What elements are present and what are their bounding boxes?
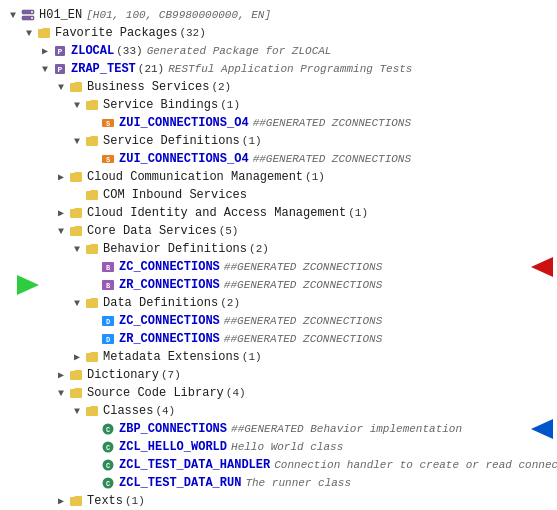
tree-row-zui2[interactable]: SZUI_CONNECTIONS_O4##GENERATED ZCONNECTI… <box>4 150 553 168</box>
tree-item-label: Business Services <box>87 80 209 94</box>
tree-expander[interactable]: ▼ <box>70 98 84 112</box>
tree-row-texts[interactable]: ▶Texts (1) <box>4 492 553 510</box>
data-icon: D <box>100 331 116 347</box>
tree-item-meta: ##GENERATED ZCONNECTIONS <box>253 153 411 165</box>
tree-row-zcl_hello[interactable]: CZCL_HELLO_WORLDHello World class <box>4 438 553 456</box>
folder-icon <box>84 241 100 257</box>
tree-row-biz[interactable]: ▼Business Services (2) <box>4 78 553 96</box>
svg-text:D: D <box>106 318 110 326</box>
tree-item-label: ZBP_CONNECTIONS <box>119 422 227 436</box>
tree-item-meta: Generated Package for ZLOCAL <box>147 45 332 57</box>
svg-text:C: C <box>106 444 110 452</box>
tree-item-label: Source Code Library <box>87 386 224 400</box>
tree-row-zcl_run[interactable]: CZCL_TEST_DATA_RUNThe runner class <box>4 474 553 492</box>
tree-item-count: (1) <box>125 495 145 507</box>
tree-item-count: (32) <box>179 27 205 39</box>
tree-expander <box>86 152 100 166</box>
tree-expander[interactable]: ▶ <box>54 368 68 382</box>
tree-expander[interactable]: ▼ <box>70 404 84 418</box>
folder-icon <box>84 403 100 419</box>
tree-expander[interactable]: ▶ <box>54 494 68 508</box>
red-arrow <box>531 257 553 277</box>
class-icon: C <box>100 439 116 455</box>
tree-expander[interactable]: ▼ <box>54 386 68 400</box>
tree-row-meta[interactable]: ▶Metadata Extensions (1) <box>4 348 553 366</box>
pkg-icon: P <box>52 61 68 77</box>
tree-row-zc_conn[interactable]: BZC_CONNECTIONS##GENERATED ZCONNECTIONS <box>4 258 553 276</box>
tree-expander[interactable]: ▶ <box>54 170 68 184</box>
tree-item-count: (4) <box>226 387 246 399</box>
tree-item-meta: ##GENERATED ZCONNECTIONS <box>224 261 382 273</box>
tree-item-meta: [H01, 100, CB9980000000, EN] <box>86 9 271 21</box>
tree-row-classes[interactable]: ▼Classes (4) <box>4 402 553 420</box>
tree-item-meta: ##GENERATED Behavior implementation <box>231 423 462 435</box>
tree-row-zlocal[interactable]: ▶PZLOCAL (33)Generated Package for ZLOCA… <box>4 42 553 60</box>
tree-item-label: ZC_CONNECTIONS <box>119 314 220 328</box>
tree-row-zrap[interactable]: ▼PZRAP_TEST (21)RESTful Application Prog… <box>4 60 553 78</box>
tree-item-label: Behavior Definitions <box>103 242 247 256</box>
tree-row-cloudid[interactable]: ▶Cloud Identity and Access Management (1… <box>4 204 553 222</box>
tree-item-label: Cloud Identity and Access Management <box>87 206 346 220</box>
tree-item-label: ZC_CONNECTIONS <box>119 260 220 274</box>
tree-expander <box>86 314 100 328</box>
tree-row-fav[interactable]: ▼Favorite Packages (32) <box>4 24 553 42</box>
tree-row-svcdef[interactable]: ▼Service Definitions (1) <box>4 132 553 150</box>
tree-expander <box>86 476 100 490</box>
tree-item-count: (1) <box>220 99 240 111</box>
tree-expander[interactable]: ▶ <box>70 350 84 364</box>
tree-row-srclib[interactable]: ▼Source Code Library (4) <box>4 384 553 402</box>
folder-icon <box>84 187 100 203</box>
tree-item-count: (1) <box>242 351 262 363</box>
tree-row-dict[interactable]: ▶Dictionary (7) <box>4 366 553 384</box>
tree-item-label: COM Inbound Services <box>103 188 247 202</box>
tree-expander[interactable]: ▼ <box>70 134 84 148</box>
tree-expander[interactable]: ▼ <box>70 296 84 310</box>
tree-expander[interactable]: ▶ <box>54 206 68 220</box>
tree-row-root[interactable]: ▼H01_EN[H01, 100, CB9980000000, EN] <box>4 6 553 24</box>
tree-row-zcl_test[interactable]: CZCL_TEST_DATA_HANDLERConnection handler… <box>4 456 553 474</box>
tree-expander[interactable]: ▼ <box>70 242 84 256</box>
tree-row-svcbind[interactable]: ▼Service Bindings (1) <box>4 96 553 114</box>
folder-icon <box>84 97 100 113</box>
tree-expander[interactable]: ▼ <box>54 80 68 94</box>
service-icon: S <box>100 151 116 167</box>
tree-expander[interactable]: ▼ <box>6 8 20 22</box>
svg-text:C: C <box>106 426 110 434</box>
tree-expander[interactable]: ▼ <box>54 224 68 238</box>
class-icon: C <box>100 457 116 473</box>
tree-item-label: H01_EN <box>39 8 82 22</box>
tree-expander <box>70 188 84 202</box>
folder-icon <box>84 295 100 311</box>
tree-row-behavdef[interactable]: ▼Behavior Definitions (2) <box>4 240 553 258</box>
folder-icon <box>68 367 84 383</box>
tree-row-datadef[interactable]: ▼Data Definitions (2) <box>4 294 553 312</box>
tree-row-cds[interactable]: ▼Core Data Services (5) <box>4 222 553 240</box>
class-icon: C <box>100 421 116 437</box>
tree-item-label: Dictionary <box>87 368 159 382</box>
tree-row-zc_conn2[interactable]: DZC_CONNECTIONS##GENERATED ZCONNECTIONS <box>4 312 553 330</box>
tree-row-zbp[interactable]: CZBP_CONNECTIONS##GENERATED Behavior imp… <box>4 420 553 438</box>
tree-item-count: (2) <box>249 243 269 255</box>
tree-row-cominb[interactable]: COM Inbound Services <box>4 186 553 204</box>
tree-item-count: (1) <box>305 171 325 183</box>
svg-text:P: P <box>58 47 63 56</box>
tree-row-cloud[interactable]: ▶Cloud Communication Management (1) <box>4 168 553 186</box>
svg-point-3 <box>31 17 33 19</box>
tree-expander[interactable]: ▼ <box>22 26 36 40</box>
folder-icon <box>68 493 84 509</box>
tree-container: ▼H01_EN[H01, 100, CB9980000000, EN]▼Favo… <box>0 0 557 510</box>
tree-expander[interactable]: ▶ <box>38 44 52 58</box>
tree-expander[interactable]: ▼ <box>38 62 52 76</box>
blue-arrow <box>531 419 553 439</box>
tree-item-label: ZR_CONNECTIONS <box>119 278 220 292</box>
tree-row-zui1[interactable]: SZUI_CONNECTIONS_O4##GENERATED ZCONNECTI… <box>4 114 553 132</box>
tree-item-meta: ##GENERATED ZCONNECTIONS <box>224 315 382 327</box>
tree-expander <box>86 260 100 274</box>
tree-item-label: ZRAP_TEST <box>71 62 136 76</box>
svg-point-2 <box>31 11 33 13</box>
tree-expander <box>86 332 100 346</box>
tree-item-label: ZUI_CONNECTIONS_O4 <box>119 152 249 166</box>
tree-row-zr_conn[interactable]: BZR_CONNECTIONS##GENERATED ZCONNECTIONS <box>4 276 553 294</box>
tree-row-zr_conn2[interactable]: DZR_CONNECTIONS##GENERATED ZCONNECTIONS <box>4 330 553 348</box>
tree-expander <box>86 278 100 292</box>
